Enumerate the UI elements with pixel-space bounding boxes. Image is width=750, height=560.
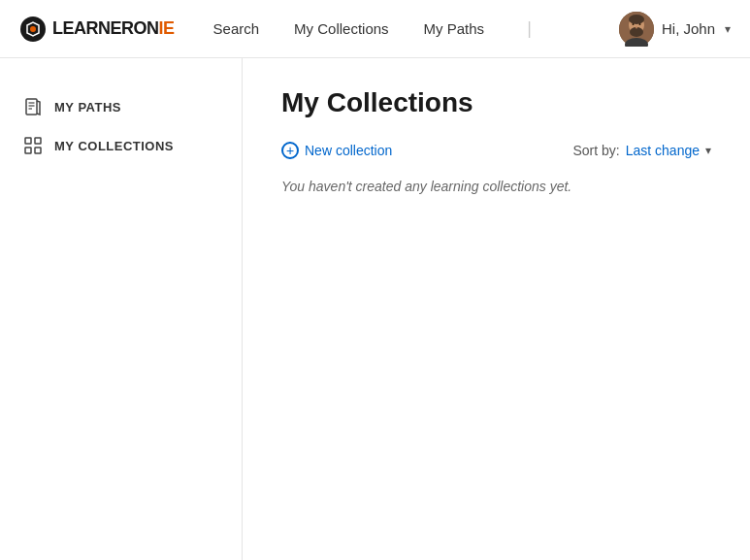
sidebar-item-my-collections[interactable]: MY COLLECTIONS: [0, 126, 242, 165]
avatar: [619, 12, 654, 47]
sidebar-item-my-collections-label: MY COLLECTIONS: [54, 139, 174, 153]
navbar: LEARNERONIE Search My Collections My Pat…: [0, 0, 750, 58]
avatar-svg: [619, 12, 654, 47]
user-menu-chevron: ▾: [725, 22, 731, 36]
logo[interactable]: LEARNERONIE: [19, 16, 175, 43]
svg-point-1: [30, 26, 36, 32]
page-title: My Collections: [281, 87, 711, 118]
new-collection-label: New collection: [305, 143, 392, 158]
svg-rect-10: [26, 99, 37, 115]
nav-my-collections[interactable]: My Collections: [294, 20, 389, 37]
svg-point-6: [632, 23, 634, 25]
page-layout: MY PATHS MY COLLECTIONS My Collections +…: [0, 58, 750, 560]
svg-point-4: [629, 15, 644, 24]
sidebar-item-my-paths[interactable]: MY PATHS: [0, 87, 242, 126]
svg-rect-15: [35, 138, 41, 144]
sort-value[interactable]: Last change: [626, 143, 700, 158]
sidebar: MY PATHS MY COLLECTIONS: [0, 58, 243, 560]
logo-icon: [19, 16, 47, 43]
nav-divider: |: [527, 18, 532, 39]
sort-control: Sort by: Last change ▾: [572, 143, 711, 158]
plus-circle-icon: +: [281, 142, 299, 159]
svg-point-8: [636, 26, 637, 28]
toolbar: + New collection Sort by: Last change ▾: [281, 142, 711, 159]
user-menu[interactable]: Hi, John ▾: [619, 12, 731, 47]
main-content: My Collections + New collection Sort by:…: [243, 58, 750, 560]
nav-search[interactable]: Search: [213, 20, 260, 37]
sort-chevron-icon[interactable]: ▾: [705, 144, 711, 157]
book-icon: [23, 97, 43, 116]
empty-collections-message: You haven't created any learning collect…: [281, 179, 711, 194]
svg-rect-17: [35, 148, 41, 153]
navbar-nav: Search My Collections My Paths |: [213, 18, 619, 39]
nav-my-paths[interactable]: My Paths: [424, 20, 485, 37]
user-greeting-text: Hi, John: [662, 20, 715, 37]
sort-by-label: Sort by:: [572, 143, 619, 158]
logo-text: LEARNERONIE: [52, 18, 175, 39]
new-collection-button[interactable]: + New collection: [281, 142, 392, 159]
svg-rect-16: [25, 148, 31, 153]
grid-icon: [23, 136, 43, 155]
svg-point-7: [638, 23, 640, 25]
sidebar-item-my-paths-label: MY PATHS: [54, 100, 121, 115]
logo-suffix: IE: [159, 18, 175, 38]
svg-rect-14: [25, 138, 31, 144]
